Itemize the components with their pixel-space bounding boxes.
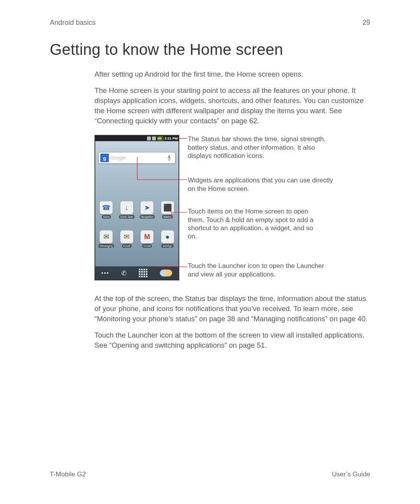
page-number: 29	[362, 19, 370, 27]
mic-icon: ↓	[120, 201, 133, 214]
phone-icon: ☎	[100, 201, 113, 214]
more-icon[interactable]: •••	[102, 270, 110, 276]
app-voice[interactable]: ☎ Voice	[97, 201, 116, 219]
app-label: Voice Sear	[119, 215, 135, 219]
microphone-icon[interactable]	[165, 154, 173, 162]
google-g-icon: g	[100, 154, 109, 162]
page-header: Android basics 29	[50, 19, 370, 27]
page-footer: T-Mobile G2 User’s Guide	[50, 471, 370, 478]
dialer-icon[interactable]: ✆	[121, 270, 126, 277]
paragraph-2: The Home screen is your starting point t…	[94, 86, 370, 126]
app-row-1: ☎ Voice ↓ Voice Sear ➤ Navigation ⬛ Mark…	[95, 201, 178, 219]
app-email[interactable]: ✉ Email	[117, 230, 136, 248]
body-text-bottom: At the top of the screen, the Status bar…	[94, 294, 370, 350]
home-screen-figure: 2:21 PM g Google ☎ Voice ↓ Voice Sear	[94, 135, 370, 283]
status-bar: 2:21 PM	[95, 136, 178, 141]
chapter-title: Android basics	[50, 19, 96, 27]
page-title: Getting to know the Home screen	[50, 41, 370, 58]
phone-mockup: 2:21 PM g Google ☎ Voice ↓ Voice Sear	[94, 135, 179, 280]
footer-product: T-Mobile G2	[50, 471, 86, 478]
battery-icon	[157, 136, 163, 140]
app-voice-search[interactable]: ↓ Voice Sear	[117, 201, 136, 219]
callout-launcher: Touch the Launcher icon to open the Laun…	[188, 262, 336, 278]
gmail-icon: M	[140, 230, 154, 243]
app-label: Gmail	[142, 244, 152, 248]
app-row-2: ✉ Messaging ✉ Email M Gmail ● web2go	[95, 230, 178, 248]
envelope-icon: ✉	[120, 230, 133, 243]
app-gmail[interactable]: M Gmail	[138, 230, 156, 248]
bag-icon: ⬛	[161, 201, 174, 214]
svg-rect-0	[168, 155, 170, 158]
app-navigation[interactable]: ➤ Navigation	[138, 201, 156, 219]
launcher-icon[interactable]	[138, 268, 148, 278]
callout-widgets: Widgets are applications that you can us…	[188, 176, 336, 193]
paragraph-3: At the top of the screen, the Status bar…	[94, 294, 370, 324]
callout-status-bar: The Status bar shows the time, signal st…	[188, 135, 336, 160]
body-text-top: After setting up Android for the first t…	[94, 69, 370, 126]
app-label: Market	[162, 215, 173, 219]
chat-icon: ✉	[100, 230, 113, 243]
app-label: Messaging	[98, 244, 114, 248]
footer-doc: User’s Guide	[332, 471, 370, 478]
quick-launch-bar: ••• ✆	[95, 266, 178, 280]
arrow-icon: ➤	[140, 201, 154, 214]
status-clock: 2:21 PM	[164, 136, 178, 140]
google-search-widget[interactable]: g Google	[98, 152, 175, 164]
data-icon	[152, 136, 156, 140]
globe-icon: ●	[161, 230, 174, 243]
app-web2go[interactable]: ● web2go	[158, 230, 177, 248]
app-market[interactable]: ⬛ Market	[158, 201, 177, 219]
app-label: Voice	[102, 215, 111, 219]
search-placeholder: Google	[110, 155, 165, 161]
app-label: Email	[122, 244, 131, 248]
paragraph-4: Touch the Launcher icon at the bottom of…	[94, 330, 370, 350]
paragraph-1: After setting up Android for the first t…	[94, 69, 370, 79]
manual-page: Android basics 29 Getting to know the Ho…	[0, 0, 420, 504]
app-label: Navigation	[140, 215, 155, 219]
app-label: web2go	[161, 244, 173, 248]
app-messaging[interactable]: ✉ Messaging	[97, 230, 116, 248]
signal-icon	[147, 136, 151, 140]
toggle-icon[interactable]	[160, 270, 172, 276]
callout-icons: Touch items on the Home screen to open t…	[188, 207, 320, 240]
